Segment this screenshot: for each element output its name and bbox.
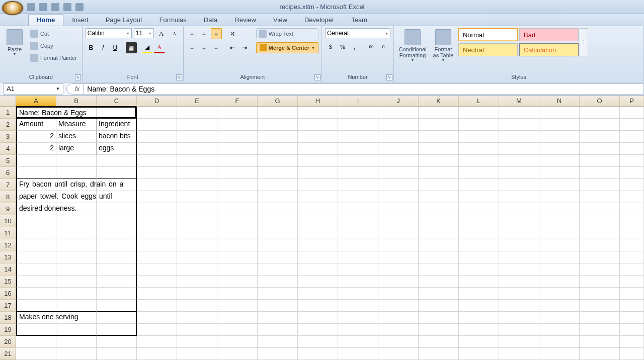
row-header-7[interactable]: 7 [0, 179, 16, 191]
cell-H3[interactable] [298, 131, 338, 143]
cell-E2[interactable] [177, 119, 217, 131]
cell-B3[interactable]: slices [56, 131, 97, 143]
cell-L15[interactable] [459, 276, 499, 288]
cell-G10[interactable] [258, 215, 298, 227]
cell-D21[interactable] [137, 348, 177, 360]
cell-H6[interactable] [298, 167, 338, 179]
cell-N16[interactable] [539, 288, 580, 300]
cell-P15[interactable] [620, 276, 644, 288]
dialog-launcher-icon[interactable]: ↘ [386, 74, 392, 80]
cell-E17[interactable] [177, 300, 217, 312]
cell-P10[interactable] [620, 215, 644, 227]
cell-P21[interactable] [620, 348, 644, 360]
cell-H8[interactable] [298, 191, 338, 203]
cell-I2[interactable] [338, 119, 378, 131]
cell-J11[interactable] [378, 227, 419, 239]
office-button[interactable] [2, 1, 23, 15]
cell-N14[interactable] [539, 263, 580, 276]
cell-B6[interactable] [56, 167, 97, 179]
align-middle-button[interactable]: ≡ [199, 28, 210, 39]
cell-P2[interactable] [620, 119, 644, 131]
cell-D12[interactable] [137, 239, 177, 251]
cell-F21[interactable] [217, 348, 258, 360]
cell-O19[interactable] [580, 324, 620, 336]
row-header-8[interactable]: 8 [0, 191, 16, 203]
cell-A9[interactable]: desired doneness. [16, 203, 56, 215]
qat-item-icon[interactable] [75, 3, 84, 11]
tab-page-layout[interactable]: Page Layout [97, 14, 151, 26]
cell-F4[interactable] [217, 143, 258, 155]
cell-H10[interactable] [298, 215, 338, 227]
cell-J20[interactable] [378, 336, 419, 348]
cell-G5[interactable] [258, 155, 298, 167]
cell-A19[interactable] [16, 324, 56, 336]
increase-indent-button[interactable]: ⇥ [239, 42, 250, 53]
cell-G2[interactable] [258, 119, 298, 131]
cell-E15[interactable] [177, 276, 217, 288]
cell-H1[interactable] [298, 107, 338, 119]
copy-button[interactable]: Copy [28, 40, 79, 51]
cell-M16[interactable] [499, 288, 539, 300]
cell-L21[interactable] [459, 348, 499, 360]
cell-H12[interactable] [298, 239, 338, 251]
cell-K2[interactable] [419, 119, 459, 131]
cell-K3[interactable] [419, 131, 459, 143]
cell-P11[interactable] [620, 227, 644, 239]
cell-F17[interactable] [217, 300, 258, 312]
cell-J8[interactable] [378, 191, 419, 203]
cell-G20[interactable] [258, 336, 298, 348]
cell-K16[interactable] [419, 288, 459, 300]
cell-D3[interactable] [137, 131, 177, 143]
cell-E8[interactable] [177, 191, 217, 203]
align-center-button[interactable]: ≡ [199, 42, 210, 53]
qat-undo-icon[interactable] [39, 3, 47, 11]
cell-I14[interactable] [338, 263, 378, 276]
cell-A13[interactable] [16, 251, 56, 263]
cell-N3[interactable] [539, 131, 580, 143]
cell-C3[interactable]: bacon bits [97, 131, 137, 143]
qat-item-icon[interactable] [63, 3, 71, 11]
column-header-M[interactable]: M [499, 96, 539, 107]
cell-J14[interactable] [378, 263, 419, 276]
row-header-2[interactable]: 2 [0, 119, 16, 131]
cell-O2[interactable] [580, 119, 620, 131]
cell-O18[interactable] [580, 312, 620, 324]
cell-F16[interactable] [217, 288, 258, 300]
cell-N7[interactable] [539, 179, 580, 191]
cell-E3[interactable] [177, 131, 217, 143]
cell-L18[interactable] [459, 312, 499, 324]
column-header-J[interactable]: J [378, 96, 419, 107]
cell-J18[interactable] [378, 312, 419, 324]
decrease-indent-button[interactable]: ⇤ [227, 42, 238, 53]
row-header-11[interactable]: 11 [0, 227, 16, 239]
cell-F13[interactable] [217, 251, 258, 263]
cell-E10[interactable] [177, 215, 217, 227]
cell-N20[interactable] [539, 336, 580, 348]
cell-D19[interactable] [137, 324, 177, 336]
format-painter-button[interactable]: Format Painter [28, 52, 79, 63]
cell-D17[interactable] [137, 300, 177, 312]
cell-N18[interactable] [539, 312, 580, 324]
cell-E13[interactable] [177, 251, 217, 263]
cell-B14[interactable] [56, 263, 97, 276]
cell-E20[interactable] [177, 336, 217, 348]
bold-button[interactable]: B [86, 42, 97, 53]
cell-E21[interactable] [177, 348, 217, 360]
cell-J6[interactable] [378, 167, 419, 179]
cell-F6[interactable] [217, 167, 258, 179]
cell-M4[interactable] [499, 143, 539, 155]
column-header-P[interactable]: P [620, 96, 644, 107]
cell-A11[interactable] [16, 227, 56, 239]
cell-C17[interactable] [97, 300, 137, 312]
cut-button[interactable]: Cut [28, 28, 79, 39]
cell-E19[interactable] [177, 324, 217, 336]
cell-H4[interactable] [298, 143, 338, 155]
cell-G9[interactable] [258, 203, 298, 215]
column-header-N[interactable]: N [539, 96, 580, 107]
cell-E16[interactable] [177, 288, 217, 300]
cell-M7[interactable] [499, 179, 539, 191]
cell-P6[interactable] [620, 167, 644, 179]
row-header-1[interactable]: 1 [0, 107, 16, 119]
cell-D8[interactable] [137, 191, 177, 203]
cell-L20[interactable] [459, 336, 499, 348]
